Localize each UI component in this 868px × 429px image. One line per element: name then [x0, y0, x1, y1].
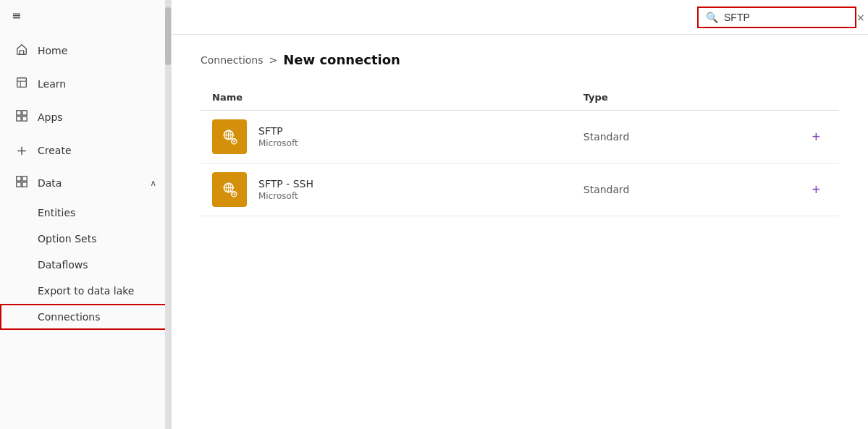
- sidebar-scrollbar-thumb: [165, 7, 171, 65]
- sftp-icon: [212, 119, 247, 154]
- connector-name-cell: SFTP Microsoft: [201, 111, 572, 163]
- connector-cell-sftp: SFTP Microsoft: [212, 119, 560, 154]
- svg-rect-7: [17, 177, 21, 181]
- sidebar-item-data[interactable]: Data ∧: [0, 166, 171, 200]
- sidebar-item-entities[interactable]: Entities: [0, 200, 171, 226]
- hamburger-icon[interactable]: ≡: [12, 9, 21, 22]
- col-name-header: Name: [201, 85, 572, 111]
- breadcrumb-separator: >: [269, 54, 278, 66]
- col-type-header: Type: [572, 85, 795, 111]
- search-icon: 🔍: [706, 12, 718, 23]
- sftp-type: Standard: [583, 131, 630, 143]
- connector-cell-sftp-ssh: SFTP - SSH Microsoft: [212, 172, 560, 207]
- table-row: SFTP - SSH Microsoft Standard +: [201, 163, 839, 216]
- sidebar-item-learn[interactable]: Learn: [0, 67, 171, 101]
- sftp-ssh-type: Standard: [583, 184, 630, 195]
- search-input[interactable]: [724, 12, 851, 23]
- connector-name-cell: SFTP - SSH Microsoft: [201, 163, 572, 216]
- sidebar-item-apps[interactable]: Apps: [0, 101, 171, 134]
- create-icon: +: [14, 143, 29, 158]
- sidebar-scrollbar[interactable]: [165, 0, 171, 429]
- table-row: SFTP Microsoft Standard +: [201, 111, 839, 163]
- sidebar-item-learn-label: Learn: [38, 78, 66, 90]
- sftp-add-cell: +: [794, 111, 839, 163]
- svg-rect-8: [22, 177, 27, 181]
- sidebar-item-create-label: Create: [38, 145, 72, 156]
- sidebar-data-label: Data: [38, 177, 62, 189]
- svg-rect-9: [17, 182, 21, 187]
- sidebar-header: ≡: [0, 0, 171, 31]
- sidebar-item-connections[interactable]: Connections: [0, 304, 171, 330]
- sftp-add-button[interactable]: +: [806, 126, 826, 148]
- svg-rect-0: [17, 78, 27, 88]
- topbar: 🔍 ×: [172, 0, 868, 35]
- sidebar-item-export-data-lake[interactable]: Export to data lake: [0, 278, 171, 304]
- breadcrumb-parent[interactable]: Connections: [201, 54, 264, 66]
- connector-info-sftp-ssh: SFTP - SSH Microsoft: [258, 178, 313, 201]
- table-header-row: Name Type: [201, 85, 839, 111]
- sidebar-item-option-sets[interactable]: Option Sets: [0, 226, 171, 252]
- sidebar-item-home-label: Home: [38, 45, 67, 56]
- breadcrumb: Connections > New connection: [201, 52, 839, 67]
- search-box: 🔍 ×: [697, 7, 856, 28]
- svg-rect-5: [17, 116, 21, 121]
- sidebar-item-dataflows[interactable]: Dataflows: [0, 252, 171, 278]
- entities-label: Entities: [38, 207, 75, 218]
- svg-rect-3: [17, 111, 21, 115]
- sftp-ssh-type-cell: Standard: [572, 163, 795, 216]
- learn-icon: [14, 76, 29, 92]
- sidebar-item-apps-label: Apps: [38, 111, 63, 123]
- sftp-ssh-name: SFTP - SSH: [258, 178, 313, 190]
- home-icon: [14, 43, 29, 59]
- connections-label: Connections: [38, 311, 101, 323]
- col-action-header: [794, 85, 839, 111]
- data-chevron-icon: ∧: [150, 178, 156, 188]
- data-icon: [14, 175, 29, 191]
- search-clear-icon[interactable]: ×: [856, 12, 865, 23]
- sidebar-nav: Home Learn Apps: [0, 31, 171, 330]
- sftp-publisher: Microsoft: [258, 138, 298, 148]
- sftp-ssh-add-button[interactable]: +: [806, 179, 826, 201]
- breadcrumb-current: New connection: [283, 52, 400, 67]
- sub-nav: Entities Option Sets Dataflows Export to…: [0, 200, 171, 330]
- sftp-type-cell: Standard: [572, 111, 795, 163]
- svg-rect-6: [22, 116, 27, 121]
- sftp-ssh-add-cell: +: [794, 163, 839, 216]
- main-content: 🔍 × Connections > New connection Name Ty…: [172, 0, 868, 429]
- dataflows-label: Dataflows: [38, 259, 88, 271]
- svg-rect-10: [22, 182, 27, 187]
- sidebar: ≡ Home Learn: [0, 0, 172, 429]
- sftp-name: SFTP: [258, 125, 298, 137]
- connections-table: Name Type: [201, 85, 839, 216]
- sftp-ssh-icon: [212, 172, 247, 207]
- connector-info-sftp: SFTP Microsoft: [258, 125, 298, 148]
- sidebar-item-home[interactable]: Home: [0, 34, 171, 67]
- option-sets-label: Option Sets: [38, 233, 96, 245]
- content-area: Connections > New connection Name Type: [172, 35, 868, 429]
- apps-icon: [14, 109, 29, 125]
- sidebar-item-create[interactable]: + Create: [0, 134, 171, 166]
- sftp-ssh-publisher: Microsoft: [258, 191, 313, 201]
- export-data-lake-label: Export to data lake: [38, 285, 134, 297]
- svg-rect-4: [22, 111, 27, 115]
